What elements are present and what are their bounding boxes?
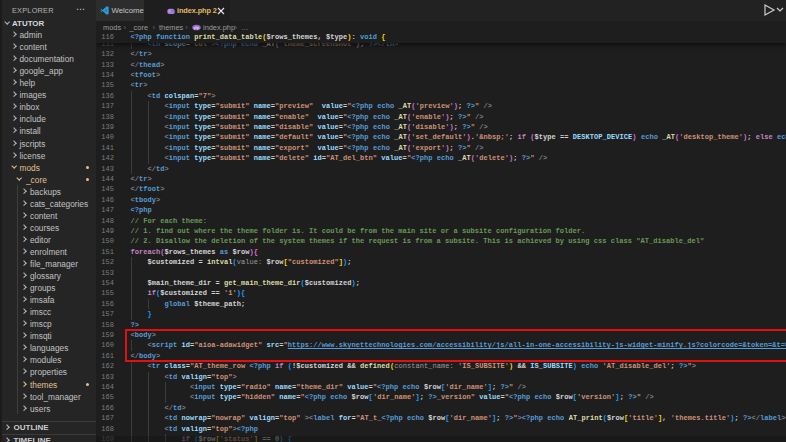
svg-text:php: php bbox=[194, 25, 199, 29]
